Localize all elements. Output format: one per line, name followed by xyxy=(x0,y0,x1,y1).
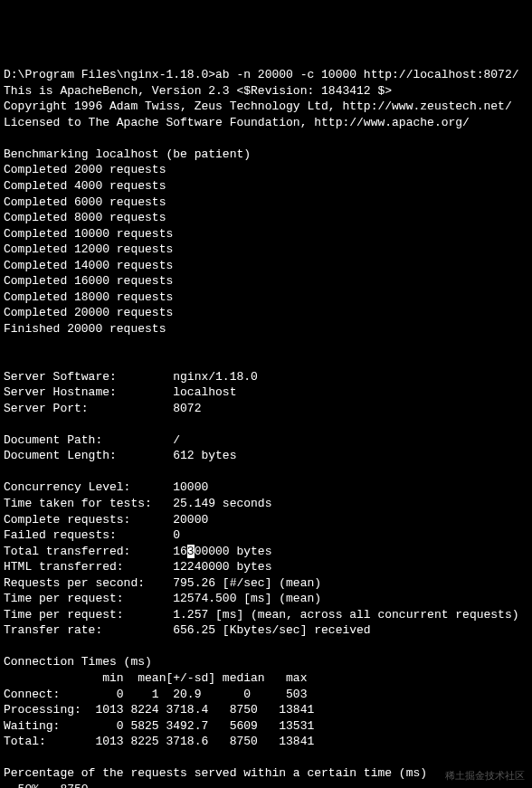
complete-requests: Complete requests: 20000 xyxy=(4,513,208,527)
concurrency-level: Concurrency Level: 10000 xyxy=(4,480,208,494)
percentiles-title: Percentage of the requests served within… xyxy=(4,766,427,780)
server-hostname: Server Hostname: localhost xyxy=(4,385,236,399)
progress-line: Completed 14000 requests xyxy=(4,259,173,272)
header-line: This is ApacheBench, Version 2.3 <$Revis… xyxy=(4,84,392,98)
benchmarking-line: Benchmarking localhost (be patient) xyxy=(4,147,251,161)
progress-line: Completed 18000 requests xyxy=(4,290,173,304)
progress-line: Completed 12000 requests xyxy=(4,242,173,256)
total-transferred: Total transferred: 16300000 bytes xyxy=(4,545,271,558)
percentile-row: 50% 8750 xyxy=(4,783,89,788)
time-taken: Time taken for tests: 25.149 seconds xyxy=(4,497,271,510)
progress-line: Completed 10000 requests xyxy=(4,227,173,241)
connect-row: Connect: 0 1 20.9 0 503 xyxy=(4,688,307,701)
time-per-request-mean: Time per request: 12574.500 [ms] (mean) xyxy=(4,592,321,605)
total-row: Total: 1013 8225 3718.6 8750 13841 xyxy=(4,735,314,748)
waiting-row: Waiting: 0 5825 3492.7 5609 13531 xyxy=(4,719,314,733)
html-transferred: HTML transferred: 12240000 bytes xyxy=(4,560,271,574)
progress-line: Completed 2000 requests xyxy=(4,163,166,176)
document-path: Document Path: / xyxy=(4,433,180,447)
progress-line: Finished 20000 requests xyxy=(4,322,166,336)
progress-line: Completed 6000 requests xyxy=(4,195,166,209)
processing-row: Processing: 1013 8224 3718.4 8750 13841 xyxy=(4,703,314,717)
time-per-request-conc: Time per request: 1.257 [ms] (mean, acro… xyxy=(4,608,519,622)
progress-line: Completed 4000 requests xyxy=(4,179,166,193)
requests-per-second: Requests per second: 795.26 [#/sec] (mea… xyxy=(4,576,321,590)
failed-requests: Failed requests: 0 xyxy=(4,528,180,542)
header-line: Licensed to The Apache Software Foundati… xyxy=(4,116,470,129)
progress-line: Completed 16000 requests xyxy=(4,274,173,288)
server-software: Server Software: nginx/1.18.0 xyxy=(4,370,258,384)
header-line: Copyright 1996 Adam Twiss, Zeus Technolo… xyxy=(4,100,512,113)
server-port: Server Port: 8072 xyxy=(4,402,201,415)
document-length: Document Length: 612 bytes xyxy=(4,449,236,462)
terminal-output: D:\Program Files\nginx-1.18.0>ab -n 2000… xyxy=(4,67,528,788)
connection-times-title: Connection Times (ms) xyxy=(4,655,152,669)
cursor-block: 3 xyxy=(187,545,195,558)
connection-times-header: min mean[+/-sd] median max xyxy=(4,671,307,685)
command-prompt-line: D:\Program Files\nginx-1.18.0>ab -n 2000… xyxy=(4,68,519,81)
progress-line: Completed 20000 requests xyxy=(4,306,173,319)
watermark: 稀土掘金技术社区 xyxy=(445,769,525,783)
transfer-rate: Transfer rate: 656.25 [Kbytes/sec] recei… xyxy=(4,623,371,637)
progress-line: Completed 8000 requests xyxy=(4,211,166,224)
